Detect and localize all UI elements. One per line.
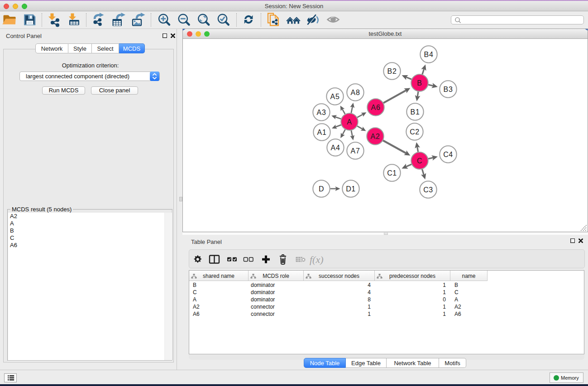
svg-text:C1: C1 — [387, 169, 397, 177]
svg-text:A4: A4 — [331, 144, 340, 152]
svg-text:A8: A8 — [351, 89, 360, 96]
svg-text:B2: B2 — [387, 67, 397, 75]
svg-text:B1: B1 — [411, 108, 420, 116]
svg-text:B4: B4 — [424, 51, 434, 58]
svg-text:C4: C4 — [443, 151, 453, 158]
svg-text:A: A — [347, 118, 352, 126]
svg-text:D: D — [319, 185, 324, 193]
svg-text:A6: A6 — [371, 104, 381, 111]
svg-text:A2: A2 — [371, 133, 380, 140]
svg-text:f(x): f(x) — [310, 254, 324, 265]
svg-text:B3: B3 — [444, 86, 453, 93]
svg-text:A7: A7 — [351, 147, 360, 155]
svg-text:C3: C3 — [423, 186, 433, 194]
svg-text:C: C — [417, 157, 422, 165]
svg-text:D1: D1 — [346, 185, 356, 193]
svg-text:A5: A5 — [330, 93, 340, 100]
svg-text:A3: A3 — [317, 109, 326, 116]
svg-text:C2: C2 — [410, 128, 420, 136]
svg-text:A1: A1 — [317, 129, 327, 136]
svg-text:B: B — [417, 79, 422, 87]
